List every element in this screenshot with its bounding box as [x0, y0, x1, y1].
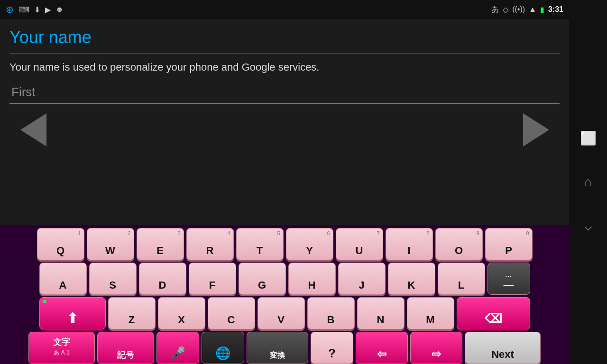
key-d[interactable]: D: [139, 263, 186, 295]
description-text: Your name is used to personalize your ph…: [0, 54, 569, 81]
time-display: 3:31: [548, 5, 563, 14]
key-z[interactable]: Z: [108, 297, 156, 329]
arrow-right-icon: [523, 113, 549, 146]
moji-sub-label: あ A 1: [54, 349, 70, 357]
play-icon: ▶: [45, 5, 51, 14]
prev-arrow-button[interactable]: [9, 111, 57, 149]
main-content: ⊛ ⌨ ⬇ ▶ ☻ あ ◇ ((•)) ▲ ▮ 3:31 Your name Y…: [0, 0, 569, 364]
shift-icon: ⬆: [67, 310, 78, 326]
status-right-icons: あ ◇ ((•)) ▲ ▮ 3:31: [491, 5, 563, 15]
home-button[interactable]: ⌂: [584, 174, 592, 190]
key-k[interactable]: K: [388, 263, 435, 295]
henkan-key[interactable]: 変換: [247, 332, 308, 364]
key-e[interactable]: 3E: [137, 228, 184, 260]
moji-label: 文字: [53, 337, 70, 348]
key-b[interactable]: B: [307, 297, 355, 329]
kigo-label: 記号: [117, 349, 134, 361]
network-icon: ▲: [529, 5, 536, 14]
key-i[interactable]: 8I: [386, 228, 433, 260]
page-title: Your name: [9, 27, 560, 47]
battery-icon: ▮: [540, 5, 544, 14]
dash-symbol: —: [504, 279, 514, 291]
signal-icon: ◇: [503, 5, 508, 14]
arrow-left-icon: [20, 113, 46, 146]
question-label: ?: [328, 346, 336, 361]
key-p[interactable]: 0P: [485, 228, 533, 260]
key-v[interactable]: V: [258, 297, 305, 329]
first-name-input[interactable]: [9, 81, 560, 104]
key-j[interactable]: J: [338, 263, 386, 295]
question-key[interactable]: ?: [311, 332, 353, 364]
next-arrow-button[interactable]: [512, 111, 560, 149]
shift-key[interactable]: ⬆: [39, 297, 106, 329]
key-n[interactable]: N: [357, 297, 405, 329]
key-r[interactable]: 4R: [186, 228, 234, 260]
key-t[interactable]: 5T: [236, 228, 284, 260]
key-h[interactable]: H: [288, 263, 336, 295]
shift-indicator: [43, 300, 46, 303]
next-key[interactable]: Next: [465, 332, 541, 364]
key-q[interactable]: 1Q: [37, 228, 84, 260]
key-x[interactable]: X: [158, 297, 205, 329]
key-f[interactable]: F: [189, 263, 236, 295]
kb-arrow-left-key[interactable]: ⇦: [356, 332, 408, 364]
kb-arrow-right-icon: ⇨: [432, 347, 441, 361]
mic-icon: 🎤: [170, 346, 185, 361]
key-c[interactable]: C: [208, 297, 255, 329]
keyboard-row-1: 1Q 2W 3E 4R 5T 6Y 7U 8I 9O 0P: [3, 228, 566, 260]
keyboard-icon: ⌨: [18, 5, 29, 14]
key-m[interactable]: M: [407, 297, 454, 329]
back-button[interactable]: ⌵: [584, 218, 592, 234]
kb-arrow-right-key[interactable]: ⇨: [410, 332, 462, 364]
key-y[interactable]: 6Y: [286, 228, 333, 260]
key-w[interactable]: 2W: [87, 228, 134, 260]
globe-icon: 🌐: [215, 346, 230, 361]
key-l[interactable]: L: [438, 263, 485, 295]
mic-key[interactable]: 🎤: [156, 332, 199, 364]
key-o[interactable]: 9O: [435, 228, 483, 260]
wifi-icon: ((•)): [512, 5, 525, 14]
recents-button[interactable]: ⬜: [580, 130, 597, 146]
kb-arrow-left-icon: ⇦: [377, 347, 386, 361]
nav-bar: ⬜ ⌂ ⌵: [569, 0, 607, 364]
ime-icon: あ: [491, 5, 499, 15]
nav-arrows: [0, 106, 569, 154]
android-icon: ☻: [55, 5, 64, 14]
keyboard-row-bottom: 文字 あ A 1 記号 🎤 🌐 変換 ? ⇦ ⇨: [3, 332, 566, 364]
key-punctuation[interactable]: ··· —: [487, 263, 530, 295]
henkan-label: 変換: [270, 351, 285, 361]
keyboard-row-2: A S D F G H J K L ··· —: [3, 263, 566, 295]
input-area: [0, 81, 569, 104]
key-g[interactable]: G: [239, 263, 286, 295]
globe-key[interactable]: 🌐: [202, 332, 244, 364]
next-label: Next: [491, 348, 514, 361]
key-a[interactable]: A: [39, 263, 87, 295]
header: Your name: [0, 19, 569, 47]
backspace-key[interactable]: ⌫: [457, 297, 530, 329]
launcher-icon: ⊛: [6, 4, 14, 15]
key-u[interactable]: 7U: [336, 228, 383, 260]
key-s[interactable]: S: [89, 263, 137, 295]
backspace-icon: ⌫: [485, 311, 502, 326]
status-bar: ⊛ ⌨ ⬇ ▶ ☻ あ ◇ ((•)) ▲ ▮ 3:31: [0, 0, 569, 19]
dots-symbol: ···: [506, 273, 512, 279]
keyboard-row-3: ⬆ Z X C V B N M ⌫: [3, 297, 566, 329]
download-icon: ⬇: [34, 5, 40, 14]
status-left-icons: ⊛ ⌨ ⬇ ▶ ☻: [6, 4, 64, 15]
moji-key[interactable]: 文字 あ A 1: [28, 332, 95, 364]
kigo-key[interactable]: 記号: [97, 332, 154, 364]
keyboard: 1Q 2W 3E 4R 5T 6Y 7U 8I 9O 0P A S D F G …: [0, 225, 569, 364]
